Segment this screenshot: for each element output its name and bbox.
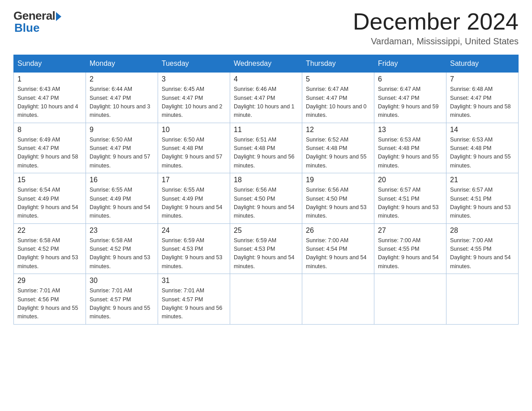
day-info: Sunrise: 7:01 AMSunset: 4:57 PMDaylight:… [90,287,150,320]
calendar-day-cell: 24 Sunrise: 6:59 AMSunset: 4:53 PMDaylig… [158,223,230,274]
day-info: Sunrise: 6:46 AMSunset: 4:47 PMDaylight:… [234,86,295,118]
calendar-day-cell: 22 Sunrise: 6:58 AMSunset: 4:52 PMDaylig… [14,223,86,274]
day-number: 20 [378,176,442,184]
day-info: Sunrise: 6:58 AMSunset: 4:52 PMDaylight:… [90,237,150,270]
weekday-header-wednesday: Wednesday [230,55,302,73]
day-info: Sunrise: 6:59 AMSunset: 4:53 PMDaylight:… [234,237,295,270]
calendar-week-row: 22 Sunrise: 6:58 AMSunset: 4:52 PMDaylig… [14,223,519,274]
day-number: 30 [90,277,154,285]
weekday-header-friday: Friday [374,55,446,73]
day-info: Sunrise: 6:56 AMSunset: 4:50 PMDaylight:… [234,187,295,219]
day-number: 28 [450,227,515,235]
day-info: Sunrise: 6:58 AMSunset: 4:52 PMDaylight:… [17,237,78,270]
day-number: 19 [306,176,370,184]
calendar-day-cell: 5 Sunrise: 6:47 AMSunset: 4:47 PMDayligh… [302,73,374,123]
day-info: Sunrise: 6:45 AMSunset: 4:47 PMDaylight:… [162,86,223,118]
day-number: 11 [234,126,298,134]
day-info: Sunrise: 6:50 AMSunset: 4:47 PMDaylight:… [90,137,150,169]
day-number: 13 [378,126,442,134]
calendar-day-cell: 21 Sunrise: 6:57 AMSunset: 4:51 PMDaylig… [446,173,519,224]
location-title: Vardaman, Mississippi, United States [353,36,519,47]
calendar-day-cell: 31 Sunrise: 7:01 AMSunset: 4:57 PMDaylig… [158,274,230,325]
calendar-day-cell: 2 Sunrise: 6:44 AMSunset: 4:47 PMDayligh… [86,73,158,123]
day-number: 4 [234,75,298,83]
page-header: General Blue December 2024 Vardaman, Mis… [13,9,519,47]
day-number: 15 [17,176,82,184]
day-number: 17 [162,176,226,184]
month-title: December 2024 [353,9,519,34]
day-info: Sunrise: 6:57 AMSunset: 4:51 PMDaylight:… [378,187,439,219]
day-info: Sunrise: 6:56 AMSunset: 4:50 PMDaylight:… [306,187,367,219]
day-info: Sunrise: 6:47 AMSunset: 4:47 PMDaylight:… [306,86,367,118]
calendar-day-cell: 27 Sunrise: 7:00 AMSunset: 4:55 PMDaylig… [374,223,446,274]
calendar-day-cell: 16 Sunrise: 6:55 AMSunset: 4:49 PMDaylig… [86,173,158,224]
day-info: Sunrise: 6:47 AMSunset: 4:47 PMDaylight:… [378,86,439,118]
calendar-header-row: SundayMondayTuesdayWednesdayThursdayFrid… [14,55,519,73]
empty-cell [374,274,446,325]
calendar-day-cell: 28 Sunrise: 7:00 AMSunset: 4:55 PMDaylig… [446,223,519,274]
day-info: Sunrise: 6:49 AMSunset: 4:47 PMDaylight:… [17,137,78,169]
calendar-day-cell: 15 Sunrise: 6:54 AMSunset: 4:49 PMDaylig… [14,173,86,224]
calendar-day-cell: 23 Sunrise: 6:58 AMSunset: 4:52 PMDaylig… [86,223,158,274]
calendar-week-row: 1 Sunrise: 6:43 AMSunset: 4:47 PMDayligh… [14,73,519,123]
weekday-header-saturday: Saturday [446,55,519,73]
calendar-day-cell: 3 Sunrise: 6:45 AMSunset: 4:47 PMDayligh… [158,73,230,123]
calendar-day-cell: 11 Sunrise: 6:51 AMSunset: 4:48 PMDaylig… [230,123,302,173]
day-number: 8 [17,126,82,134]
day-info: Sunrise: 6:57 AMSunset: 4:51 PMDaylight:… [450,187,511,219]
calendar-table: SundayMondayTuesdayWednesdayThursdayFrid… [13,55,519,325]
day-number: 18 [234,176,298,184]
day-number: 27 [378,227,442,235]
weekday-header-monday: Monday [86,55,158,73]
day-info: Sunrise: 6:43 AMSunset: 4:47 PMDaylight:… [17,86,78,118]
calendar-day-cell: 9 Sunrise: 6:50 AMSunset: 4:47 PMDayligh… [86,123,158,173]
day-info: Sunrise: 7:01 AMSunset: 4:56 PMDaylight:… [17,287,78,320]
calendar-day-cell: 8 Sunrise: 6:49 AMSunset: 4:47 PMDayligh… [14,123,86,173]
logo-blue-text: Blue [13,21,39,35]
calendar-day-cell: 12 Sunrise: 6:52 AMSunset: 4:48 PMDaylig… [302,123,374,173]
day-info: Sunrise: 7:01 AMSunset: 4:57 PMDaylight:… [162,287,223,320]
day-info: Sunrise: 6:52 AMSunset: 4:48 PMDaylight:… [306,137,367,169]
day-number: 22 [17,227,82,235]
day-info: Sunrise: 7:00 AMSunset: 4:55 PMDaylight:… [378,237,439,270]
weekday-header-thursday: Thursday [302,55,374,73]
calendar-day-cell: 6 Sunrise: 6:47 AMSunset: 4:47 PMDayligh… [374,73,446,123]
calendar-day-cell: 4 Sunrise: 6:46 AMSunset: 4:47 PMDayligh… [230,73,302,123]
day-number: 16 [90,176,154,184]
day-info: Sunrise: 6:54 AMSunset: 4:49 PMDaylight:… [17,187,78,219]
day-number: 31 [162,277,226,285]
calendar-day-cell: 25 Sunrise: 6:59 AMSunset: 4:53 PMDaylig… [230,223,302,274]
day-number: 14 [450,126,515,134]
logo-triangle-icon [56,12,61,21]
day-info: Sunrise: 6:48 AMSunset: 4:47 PMDaylight:… [450,86,511,118]
calendar-day-cell: 20 Sunrise: 6:57 AMSunset: 4:51 PMDaylig… [374,173,446,224]
title-block: December 2024 Vardaman, Mississippi, Uni… [353,9,519,47]
day-number: 9 [90,126,154,134]
day-number: 6 [378,75,442,83]
day-info: Sunrise: 6:44 AMSunset: 4:47 PMDaylight:… [90,86,150,118]
calendar-day-cell: 18 Sunrise: 6:56 AMSunset: 4:50 PMDaylig… [230,173,302,224]
day-info: Sunrise: 6:50 AMSunset: 4:48 PMDaylight:… [162,137,223,169]
calendar-day-cell: 10 Sunrise: 6:50 AMSunset: 4:48 PMDaylig… [158,123,230,173]
day-info: Sunrise: 7:00 AMSunset: 4:54 PMDaylight:… [306,237,367,270]
day-info: Sunrise: 7:00 AMSunset: 4:55 PMDaylight:… [450,237,511,270]
day-number: 12 [306,126,370,134]
day-number: 25 [234,227,298,235]
day-number: 23 [90,227,154,235]
day-number: 29 [17,277,82,285]
calendar-day-cell: 1 Sunrise: 6:43 AMSunset: 4:47 PMDayligh… [14,73,86,123]
logo[interactable]: General Blue [13,9,61,35]
weekday-header-tuesday: Tuesday [158,55,230,73]
calendar-day-cell: 13 Sunrise: 6:53 AMSunset: 4:48 PMDaylig… [374,123,446,173]
day-info: Sunrise: 6:55 AMSunset: 4:49 PMDaylight:… [162,187,223,219]
calendar-day-cell: 30 Sunrise: 7:01 AMSunset: 4:57 PMDaylig… [86,274,158,325]
day-number: 10 [162,126,226,134]
day-info: Sunrise: 6:53 AMSunset: 4:48 PMDaylight:… [378,137,439,169]
calendar-week-row: 8 Sunrise: 6:49 AMSunset: 4:47 PMDayligh… [14,123,519,173]
empty-cell [302,274,374,325]
day-info: Sunrise: 6:59 AMSunset: 4:53 PMDaylight:… [162,237,223,270]
calendar-day-cell: 19 Sunrise: 6:56 AMSunset: 4:50 PMDaylig… [302,173,374,224]
calendar-week-row: 15 Sunrise: 6:54 AMSunset: 4:49 PMDaylig… [14,173,519,224]
calendar-day-cell: 17 Sunrise: 6:55 AMSunset: 4:49 PMDaylig… [158,173,230,224]
day-number: 2 [90,75,154,83]
